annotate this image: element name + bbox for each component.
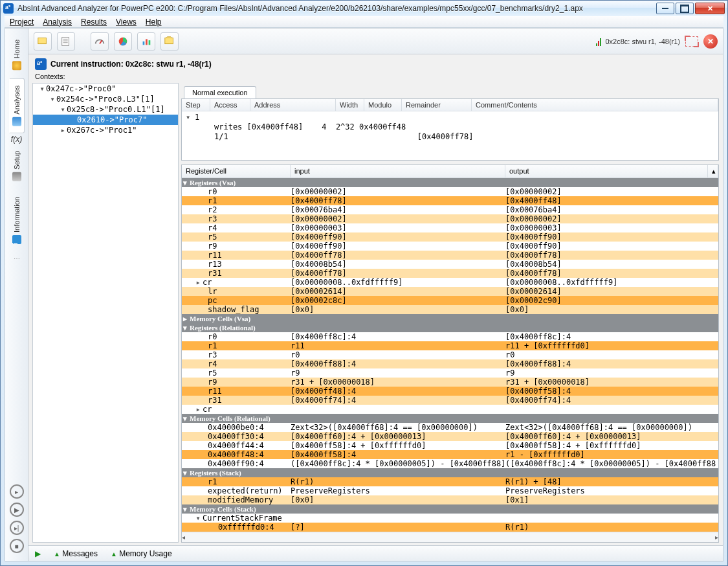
table-row[interactable]: r9r31 + [0x00000018]r31 + [0x00000018]	[182, 378, 718, 387]
right-pane: Normal execution Step Access Address Wid…	[181, 83, 719, 543]
scroll-up-icon[interactable]: ▴	[708, 165, 718, 177]
step-forward-button[interactable]: ▸	[10, 484, 24, 499]
table-row[interactable]: 0x40000be0:4Zext<32>([0x4000ff68]:4 == […	[182, 423, 718, 432]
register-panel[interactable]: Register/Cell input output ▴ ▾Registers …	[181, 164, 719, 543]
table-row[interactable]: r2[0x00076ba4][0x00076ba4]	[182, 205, 718, 214]
table-row[interactable]: r0[0x00000002][0x00000002]	[182, 187, 718, 196]
contexts-label: Contexts:	[28, 71, 723, 83]
exec-tabs: Normal execution	[181, 83, 719, 98]
table-row[interactable]: 0x4000ff90:4([0x4000ff8c]:4 * [0x0000000…	[182, 459, 718, 468]
memory-usage-link[interactable]: ▲ Memory Usage	[111, 549, 172, 558]
fx-icon[interactable]: f(x)	[11, 135, 22, 144]
tree-row[interactable]: 0x2610->"Proc7"	[33, 115, 178, 125]
toolbar-btn-chart[interactable]	[137, 32, 155, 51]
tree-row[interactable]: ▸0x267c->"Proc1"	[33, 125, 178, 135]
col-step[interactable]: Step	[182, 99, 210, 111]
close-panel-button[interactable]: ✕	[703, 34, 718, 49]
step-last-button[interactable]: ▸|	[10, 521, 24, 535]
table-row[interactable]: r1[0x4000ff78][0x4000ff48]	[182, 196, 718, 205]
col-modulo[interactable]: Modulo	[364, 99, 402, 111]
menu-analysis[interactable]: Analysis	[43, 17, 72, 27]
menu-help[interactable]: Help	[146, 17, 162, 27]
tree-row[interactable]: ▾0x254c->"Proc0.L3"[1]	[33, 94, 178, 104]
col-remainder[interactable]: Remainder	[402, 99, 472, 111]
tab-analyses[interactable]: Analyses	[9, 78, 25, 133]
tree-row[interactable]: ▾0x25c8->"Proc0.L1"[1]	[33, 104, 178, 115]
col-output[interactable]: output	[505, 165, 708, 177]
section-header[interactable]: ▾Registers (Stack)	[182, 468, 718, 477]
menu-bar: Project Analysis Results Views Help	[5, 16, 723, 28]
table-row[interactable]: r9[0x4000ff90][0x4000ff90]	[182, 242, 718, 251]
menu-results[interactable]: Results	[81, 17, 107, 27]
toolbar-btn-1[interactable]	[34, 32, 52, 51]
toolbar-btn-pie[interactable]	[114, 32, 132, 51]
toolbar-btn-gauge[interactable]	[91, 32, 109, 51]
table-row[interactable]: r4[0x4000ff88]:4[0x4000ff88]:4	[182, 359, 718, 368]
exec-body: ▾1 writes [0x4000ff48] 4 2^32 0x4000ff48…	[182, 111, 718, 143]
table-row[interactable]: shadow_flag[0x0][0x0]	[182, 305, 718, 314]
table-row[interactable]: 0x4000ff48:4[0x4000ff58]:4r1 - [0xffffff…	[182, 450, 718, 459]
table-row[interactable]: r13[0x40008b54][0x40008b54]	[182, 260, 718, 269]
toolbar-btn-2[interactable]	[57, 32, 75, 51]
tree-row[interactable]: ▾0x247c->"Proc0"	[33, 84, 178, 94]
fullscreen-icon[interactable]	[685, 36, 698, 47]
table-row[interactable]: 0xffffffd0:4[?]R(r1)	[182, 523, 718, 532]
brand-icon	[35, 58, 47, 70]
close-button[interactable]	[695, 3, 725, 14]
svg-rect-7	[143, 41, 145, 45]
instruction-bar: Current instruction: 0x2c8c: stwu r1, -4…	[28, 54, 723, 71]
col-address[interactable]: Address	[250, 99, 336, 111]
col-register[interactable]: Register/Cell	[182, 165, 291, 177]
table-row[interactable]: r11[0x4000ff78][0x4000ff78]	[182, 251, 718, 260]
footer: ▶ ▲ Messages ▲ Memory Usage	[28, 545, 723, 561]
table-row[interactable]: ▸cr	[182, 405, 718, 414]
table-row[interactable]: modifiedMemory[0x0][0x1]	[182, 495, 718, 504]
menu-project[interactable]: Project	[10, 17, 34, 27]
table-row[interactable]: r4[0x00000003][0x00000003]	[182, 223, 718, 232]
table-row[interactable]: r31[0x4000ff74]:4[0x4000ff74]:4	[182, 396, 718, 405]
table-row[interactable]: pc[0x00002c8c][0x00002c90]	[182, 296, 718, 305]
table-row[interactable]: lr[0x00002614][0x00002614]	[182, 287, 718, 296]
toolbar-btn-folder[interactable]	[160, 32, 179, 51]
h-scrollbar[interactable]: ◂▸	[182, 532, 718, 542]
menu-views[interactable]: Views	[116, 17, 137, 27]
tab-normal-execution[interactable]: Normal execution	[184, 86, 256, 98]
col-comment[interactable]: Comment/Contents	[472, 99, 718, 111]
table-row[interactable]: 0x4000ff30:4[0x4000ff60]:4 + [0x00000013…	[182, 432, 718, 441]
table-row[interactable]: r5[0x4000ff90][0x4000ff90]	[182, 232, 718, 242]
play-button[interactable]: ▶	[10, 503, 24, 517]
section-header[interactable]: ▾Registers (Relational)	[182, 323, 718, 332]
section-header[interactable]: ▾Memory Cells (Stack)	[182, 504, 718, 514]
tab-information[interactable]: Information	[9, 190, 25, 251]
context-tree[interactable]: ▾0x247c->"Proc0"▾0x254c->"Proc0.L3"[1]▾0…	[32, 83, 179, 543]
table-row[interactable]: r0[0x4000ff8c]:4[0x4000ff8c]:4	[182, 332, 718, 341]
table-row[interactable]: r11[0x4000ff48]:4[0x4000ff58]:4	[182, 387, 718, 396]
section-header[interactable]: ▾Registers (Vsa)	[182, 178, 718, 187]
table-row[interactable]: r3r0r0	[182, 350, 718, 359]
col-access[interactable]: Access	[210, 99, 250, 111]
tab-setup[interactable]: Setup	[9, 144, 25, 188]
section-header[interactable]: ▸Memory Cells (Vsa)	[182, 314, 718, 323]
table-row[interactable]: r3[0x00000002][0x00000002]	[182, 214, 718, 223]
stop-button[interactable]: ■	[10, 539, 24, 553]
table-row[interactable]: ▾CurrentStackFrame	[182, 514, 718, 523]
run-icon[interactable]: ▶	[35, 549, 41, 558]
table-row[interactable]: r1r11r11 + [0xffffffd0]	[182, 341, 718, 350]
col-input[interactable]: input	[291, 165, 505, 177]
col-width[interactable]: Width	[336, 99, 364, 111]
titlebar[interactable]: AbsInt Advanced Analyzer for PowerPC e20…	[1, 1, 727, 16]
messages-link[interactable]: ▲ Messages	[54, 549, 98, 558]
app-window: AbsInt Advanced Analyzer for PowerPC e20…	[0, 0, 728, 566]
table-row[interactable]: r31[0x4000ff78][0x4000ff78]	[182, 269, 718, 278]
table-row[interactable]: ▸cr[0x00000008..0xfdfffff9][0x00000008..…	[182, 278, 718, 287]
table-row[interactable]: r5r9r9	[182, 368, 718, 378]
minimize-button[interactable]	[656, 3, 674, 14]
table-row[interactable]: r1R(r1)R(r1) + [48]	[182, 477, 718, 486]
tab-home[interactable]: Home	[9, 32, 25, 77]
section-header[interactable]: ▾Memory Cells (Relational)	[182, 414, 718, 423]
table-row[interactable]: 0x4000ff44:4[0x4000ff58]:4 + [0xffffffd0…	[182, 441, 718, 450]
maximize-button[interactable]	[676, 3, 694, 14]
table-row[interactable]: expected(return)PreserveRegistersPreserv…	[182, 486, 718, 495]
overflow-icon[interactable]: ⋯	[14, 255, 20, 262]
playback-controls: ▸ ▶ ▸| ■	[10, 484, 24, 553]
